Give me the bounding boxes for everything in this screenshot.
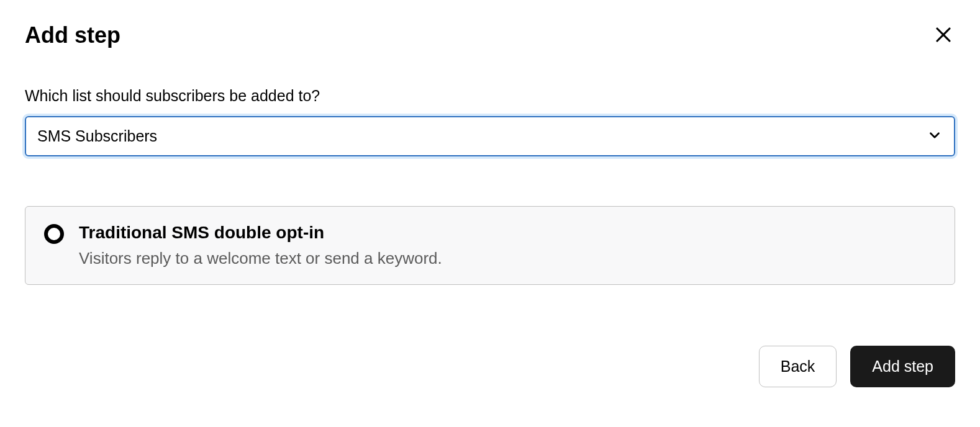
list-field: Which list should subscribers be added t… [25,87,955,156]
radio-button[interactable] [44,224,64,244]
modal-header: Add step [25,22,955,48]
back-button[interactable]: Back [759,346,837,387]
list-field-label: Which list should subscribers be added t… [25,87,955,105]
radio-selected-icon [44,224,64,244]
option-title: Traditional SMS double opt-in [79,223,442,243]
optin-option-card[interactable]: Traditional SMS double opt-in Visitors r… [25,206,955,285]
list-select-wrapper: SMS Subscribers [25,116,955,156]
list-select[interactable]: SMS Subscribers [26,117,954,155]
list-select-value: SMS Subscribers [37,127,157,145]
close-button[interactable] [932,23,955,48]
option-description: Visitors reply to a welcome text or send… [79,249,442,268]
add-step-button[interactable]: Add step [850,346,955,387]
close-icon [934,25,953,46]
modal-footer: Back Add step [25,346,955,387]
modal-title: Add step [25,22,120,48]
option-text: Traditional SMS double opt-in Visitors r… [79,223,442,268]
